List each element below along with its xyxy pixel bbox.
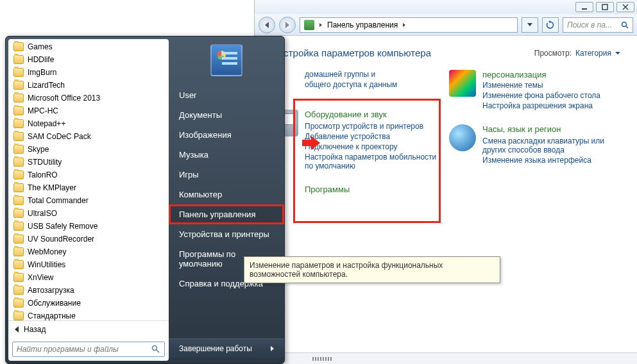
program-item[interactable]: ImgBurn xyxy=(10,66,167,79)
view-by-value[interactable]: Категория xyxy=(575,49,611,58)
program-label: HDDlife xyxy=(28,55,54,64)
arrow-right-icon xyxy=(285,22,289,28)
svg-point-6 xyxy=(153,346,157,351)
program-item[interactable]: Стандартные xyxy=(10,310,167,320)
program-label: MPC-HC xyxy=(28,106,58,115)
refresh-button[interactable] xyxy=(542,17,559,33)
program-label: ImgBurn xyxy=(28,68,56,77)
program-item[interactable]: Total Commander xyxy=(10,194,167,207)
nav-back-button[interactable] xyxy=(259,17,275,33)
arrow-left-icon xyxy=(265,22,269,28)
start-right-item[interactable]: Компьютер xyxy=(169,185,284,204)
nav-forward-button[interactable] xyxy=(279,17,296,33)
program-label: UV SoundRecorder xyxy=(28,235,94,244)
start-menu-right-pane: UserДокументыИзображенияМузыкаИгрыКомпью… xyxy=(169,37,284,363)
status-bar xyxy=(255,352,637,364)
start-right-item[interactable]: Игры xyxy=(169,165,284,185)
category-link[interactable]: Просмотр устройств и принтеров xyxy=(305,122,443,131)
user-picture[interactable] xyxy=(210,44,242,76)
start-right-item[interactable]: Музыка xyxy=(169,145,284,165)
explorer-search-input[interactable]: Поиск в па... xyxy=(563,17,633,33)
view-by-label: Просмотр: xyxy=(534,49,572,58)
program-item[interactable]: Notepad++ xyxy=(10,117,167,130)
close-button[interactable] xyxy=(616,2,634,12)
program-item[interactable]: XnView xyxy=(10,271,167,284)
shutdown-button[interactable]: Завершение работы xyxy=(169,338,284,358)
program-label: XnView xyxy=(28,273,53,282)
maximize-button[interactable] xyxy=(596,2,614,12)
svg-rect-1 xyxy=(602,4,607,10)
folder-icon xyxy=(13,196,24,205)
start-search-box[interactable] xyxy=(12,342,165,357)
search-icon xyxy=(621,21,629,29)
program-label: Games xyxy=(28,42,53,51)
folder-icon xyxy=(13,183,24,192)
back-button[interactable]: Назад xyxy=(8,320,169,338)
appearance-icon xyxy=(449,70,476,97)
program-item[interactable]: SAM CoDeC Pack xyxy=(10,130,167,143)
start-right-item[interactable]: Документы xyxy=(169,105,284,125)
category-column-left: домашней группы и общего доступа к данны… xyxy=(271,70,443,224)
start-right-item[interactable]: Устройства и принтеры xyxy=(169,224,284,244)
program-item[interactable]: Skype xyxy=(10,143,167,156)
category-link[interactable]: Настройка параметров мобильности по умол… xyxy=(305,153,443,170)
folder-icon xyxy=(13,311,24,320)
program-label: Notepad++ xyxy=(28,119,65,128)
category-link[interactable]: Изменение фона рабочего стола xyxy=(482,91,600,100)
category-link[interactable]: Изменение языка интерфейса xyxy=(482,156,620,165)
program-item[interactable]: Обслуживание xyxy=(10,297,167,310)
program-item[interactable]: The KMPlayer xyxy=(10,181,167,194)
all-programs-list[interactable]: GamesHDDlifeImgBurnLizardTechMicrosoft O… xyxy=(8,39,169,320)
folder-icon xyxy=(13,158,24,167)
category-link[interactable]: Подключение к проектору xyxy=(305,142,443,151)
category-title[interactable]: Оборудование и звук xyxy=(305,110,443,119)
category-title[interactable]: персонализация xyxy=(482,70,600,79)
program-label: TalonRO xyxy=(28,170,58,179)
program-item[interactable]: HDDlife xyxy=(10,53,167,66)
folder-icon xyxy=(13,273,24,282)
category-link[interactable]: Настройка разрешения экрана xyxy=(482,101,600,110)
breadcrumb[interactable]: Панель управления xyxy=(327,21,398,29)
start-right-item[interactable]: User xyxy=(169,85,284,105)
category-link[interactable]: Добавление устройства xyxy=(305,132,443,141)
search-placeholder: Поиск в па... xyxy=(567,21,612,29)
minimize-button[interactable] xyxy=(575,2,593,12)
program-item[interactable]: STDUtility xyxy=(10,156,167,169)
program-item[interactable]: Автозагрузка xyxy=(10,284,167,297)
resize-grip-icon xyxy=(312,357,332,361)
category-link[interactable]: Изменение темы xyxy=(482,81,600,90)
program-item[interactable]: WebMoney xyxy=(10,245,167,258)
program-item[interactable]: UV SoundRecorder xyxy=(10,233,167,245)
address-dropdown-button[interactable] xyxy=(522,17,538,33)
search-input[interactable] xyxy=(17,345,151,354)
svg-line-7 xyxy=(157,350,159,352)
start-right-item[interactable]: Изображения xyxy=(169,125,284,145)
view-by-selector[interactable]: Просмотр: Категория xyxy=(534,49,620,58)
program-label: Total Commander xyxy=(28,196,89,205)
category-link[interactable]: домашней группы и xyxy=(305,70,397,79)
program-item[interactable]: WinUtilities xyxy=(10,258,167,271)
back-label: Назад xyxy=(24,325,46,334)
category-link[interactable]: общего доступа к данным xyxy=(305,80,397,89)
explorer-navbar: Панель управления Поиск в па... xyxy=(255,14,637,36)
category-link[interactable]: Смена раскладки клавиатуры или других сп… xyxy=(482,136,620,154)
program-item[interactable]: LizardTech xyxy=(10,79,167,92)
start-menu-left-pane: GamesHDDlifeImgBurnLizardTechMicrosoft O… xyxy=(8,39,169,361)
category-title[interactable]: Программы xyxy=(305,185,350,194)
program-item[interactable]: TalonRO xyxy=(10,169,167,181)
address-bar[interactable]: Панель управления xyxy=(300,17,518,33)
tooltip: Изменение параметров и настройка функцио… xyxy=(244,256,500,283)
program-item[interactable]: UltraISO xyxy=(10,207,167,220)
program-label: Skype xyxy=(28,145,49,154)
category-title[interactable]: Часы, язык и регион xyxy=(482,124,620,134)
start-right-item[interactable]: Панель управления xyxy=(169,204,284,224)
category-hardware-sound: Оборудование и звук Просмотр устройств и… xyxy=(271,110,443,172)
category-homegroup-partial: домашней группы и общего доступа к данны… xyxy=(271,70,443,97)
program-item[interactable]: Microsoft Office 2013 xyxy=(10,92,167,104)
program-item[interactable]: Games xyxy=(10,40,167,53)
program-label: USB Safely Remove xyxy=(28,222,98,231)
program-label: SAM CoDeC Pack xyxy=(28,132,91,141)
folder-icon xyxy=(13,286,24,295)
program-item[interactable]: MPC-HC xyxy=(10,104,167,117)
program-item[interactable]: USB Safely Remove xyxy=(10,220,167,233)
